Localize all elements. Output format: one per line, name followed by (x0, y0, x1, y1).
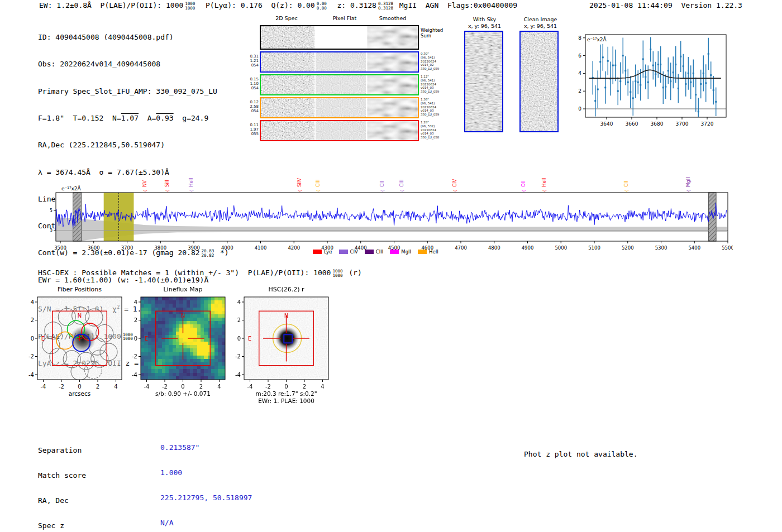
svg-text:SiII: SiII (164, 180, 170, 187)
svg-text:Fiber Positions: Fiber Positions (58, 286, 102, 293)
svg-text:4700: 4700 (455, 245, 467, 251)
flags-value: Flags:0x00400009 (447, 1, 517, 9)
lineflux-map-panel: Lineflux MapNE420-2-4-4-2024s/b: 0.90 +/… (126, 285, 237, 406)
report-summary-line: EW: 1.2±0.8Å P(LAE)/P(OII): 100010001000… (39, 1, 517, 10)
legend-item: CIV (339, 249, 358, 255)
fiber-row-left-labels: 0.311.21054 (239, 54, 259, 68)
svg-text:E: E (248, 336, 251, 342)
svg-text:2: 2 (237, 317, 241, 323)
legend-item: CIII (365, 249, 383, 255)
svg-text:-2: -2 (235, 353, 241, 360)
with-sky-title: With Sky (458, 16, 511, 22)
pixelflat-image (316, 75, 366, 94)
svg-text:CII: CII (623, 181, 629, 187)
svg-text:4: 4 (217, 384, 221, 390)
fiber-row-right-labels: 1.36"(96, 541)20220624v014_03330_LU_059 (421, 98, 439, 117)
svg-text:3500: 3500 (54, 245, 66, 251)
with-sky-xy: x, y: 96, 541 (458, 23, 511, 29)
fiber-row-left-labels: 0.151.10054 (239, 77, 259, 90)
svg-text:5200: 5200 (622, 245, 634, 251)
svg-text:2: 2 (134, 317, 137, 323)
svg-text:4: 4 (237, 299, 241, 305)
svg-text:3680: 3680 (651, 121, 664, 127)
svg-text:4: 4 (114, 384, 117, 390)
col-header-pixelflat: Pixel Flat (317, 15, 373, 21)
svg-text:6: 6 (578, 53, 581, 59)
info-seeing: F=1.8" T=0.152 N=1.07 A=0.93 g=24.9 (38, 114, 229, 123)
svg-text:4100: 4100 (255, 245, 267, 251)
legend-item: HeII (418, 249, 438, 255)
plae-poii-value: P(LAE)/P(OII): 1000 (101, 1, 184, 9)
svg-text:{: { (189, 190, 194, 192)
svg-text:5400: 5400 (688, 245, 700, 251)
line-fit-zoom-plot: 3640366036803700372002468e⁻¹⁷x2Å (570, 28, 737, 131)
pixelflat-image (316, 121, 366, 140)
svg-text:E: E (41, 336, 45, 342)
svg-text:HSC(26.2) r: HSC(26.2) r (268, 286, 304, 293)
clean-image-xy: x, y: 96, 541 (514, 23, 567, 29)
svg-text:{: { (400, 190, 404, 192)
fiber-row-right-labels: 0.30"(96, 541)20220624v014_02330_LU_059 (421, 52, 439, 71)
fiber-positions-panel: Fiber PositionsNE420-2-4-4-2024arcsecs (22, 285, 134, 406)
report-datetime-version: 2025-01-08 11:44:09 Version 1.22.3 (589, 1, 742, 9)
svg-text:0: 0 (31, 336, 34, 342)
pixelflat-image (316, 26, 366, 49)
svg-text:Lineflux Map: Lineflux Map (163, 286, 202, 293)
spec2d-image (261, 121, 314, 140)
svg-text:4800: 4800 (488, 245, 500, 251)
svg-text:2: 2 (31, 317, 34, 323)
svg-text:EWr: 1. PLAE: 1000: EWr: 1. PLAE: 1000 (258, 397, 314, 404)
pixelflat-image (316, 98, 366, 117)
spec2d-fiber-row (260, 120, 419, 141)
svg-text:{: { (686, 190, 691, 192)
svg-text:{: { (298, 190, 302, 192)
match-table-labels: Separation Match score RA, Dec Spec z Ph… (38, 429, 103, 532)
spec2d-image (261, 75, 314, 94)
svg-text:CII: CII (379, 181, 385, 187)
qz-value: Q(z): 0.00 (271, 1, 314, 9)
spec2d-weighted-row (260, 25, 419, 50)
version: Version 1.22.3 (681, 1, 742, 9)
plae-fraction: 10001000 (185, 2, 195, 10)
svg-text:N: N (78, 313, 82, 319)
agn-flag: AGN (426, 1, 438, 9)
svg-text:3700: 3700 (121, 245, 133, 251)
smoothed-image (367, 121, 418, 140)
svg-text:{: { (542, 190, 547, 192)
fiber-row-left-labels: 0.122.58054 (239, 100, 259, 113)
lineflux-map-plot: Lineflux MapNE420-2-4-4-2024s/b: 0.90 +/… (126, 285, 237, 406)
svg-text:E: E (145, 336, 148, 342)
svg-text:OII: OII (521, 180, 526, 187)
smoothed-image (367, 52, 418, 71)
col-header-2dspec: 2D Spec (260, 15, 313, 21)
svg-text:3800: 3800 (154, 245, 166, 251)
legend-item: Lyα (313, 249, 332, 255)
clean-image (519, 31, 559, 132)
svg-text:3900: 3900 (188, 245, 200, 251)
svg-text:m:20.3 re:1.7" s:0.2": m:20.3 re:1.7" s:0.2" (256, 390, 317, 397)
svg-text:e⁻¹⁷x2Å: e⁻¹⁷x2Å (587, 36, 607, 42)
svg-text:2: 2 (578, 88, 581, 94)
svg-text:N: N (284, 313, 288, 319)
svg-text:5000: 5000 (555, 245, 567, 251)
info-radec: RA,Dec (225.212845,50.519047) (38, 141, 229, 150)
svg-text:2: 2 (199, 384, 203, 390)
svg-text:3700: 3700 (676, 121, 689, 127)
qz-fraction: 0.000.00 (317, 2, 327, 10)
svg-text:4: 4 (134, 299, 137, 305)
smoothed-image (367, 98, 418, 117)
with-sky-image (464, 31, 503, 132)
elixer-detection-report: EW: 1.2±0.8Å P(LAE)/P(OII): 100010001000… (0, 0, 782, 532)
svg-text:e⁻¹⁷x2Å: e⁻¹⁷x2Å (61, 185, 82, 191)
svg-text:-4: -4 (28, 372, 34, 378)
match-table-values: 0.213587" 1.000 225.212795, 50.518997 N/… (160, 426, 252, 532)
spec2d-image (261, 52, 314, 71)
spec2d-image (261, 26, 314, 49)
svg-text:{: { (316, 190, 321, 192)
svg-text:4900: 4900 (522, 245, 534, 251)
weighted-sum-label: WeightedSum (421, 28, 443, 39)
svg-text:CIII: CIII (399, 180, 404, 187)
smoothed-image (367, 75, 418, 94)
svg-text:0: 0 (284, 384, 288, 390)
ew-value: EW: 1.2±0.8Å (39, 1, 92, 9)
